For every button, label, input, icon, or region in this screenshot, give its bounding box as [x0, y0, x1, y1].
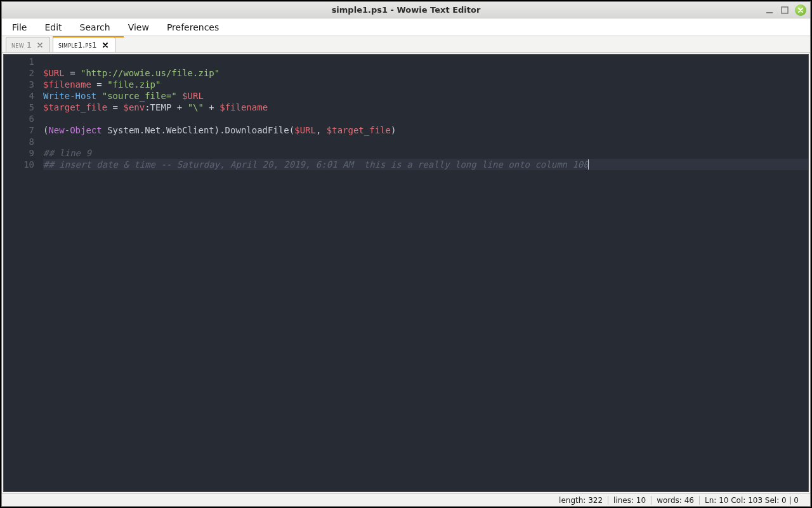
tab-simple1-ps1[interactable]: simple1.ps1 — [53, 37, 115, 52]
token — [177, 91, 182, 101]
minimize-button[interactable] — [764, 5, 775, 15]
token: "file.zip" — [107, 79, 160, 90]
line-number: 2 — [4, 67, 34, 79]
tab-label: new 1 — [11, 41, 32, 50]
status-lines: lines: 10 — [608, 496, 651, 505]
code-line[interactable]: (New-Object System.Net.WebClient).Downlo… — [43, 124, 808, 136]
token: $filename — [219, 102, 268, 112]
code-area[interactable]: $URL = "http://wowie.us/file.zip"$filena… — [41, 55, 808, 491]
token: = — [107, 102, 123, 112]
caret — [588, 159, 589, 170]
svg-rect-1 — [782, 7, 788, 13]
code-line[interactable]: $filename = "file.zip" — [43, 79, 808, 90]
token: ## insert date & time -- Saturday, April… — [43, 159, 589, 170]
app-window: simple1.ps1 - Wowie Text Editor File Edi… — [1, 1, 811, 507]
line-number: 8 — [4, 136, 34, 147]
line-number: 10 — [4, 159, 34, 170]
tabbar: new 1 simple1.ps1 — [2, 36, 810, 53]
close-button[interactable] — [795, 4, 806, 16]
token: TEMP — [150, 102, 172, 112]
menu-edit[interactable]: Edit — [42, 21, 64, 34]
gutter: 12345678910 — [4, 55, 41, 491]
tab-new-1[interactable]: new 1 — [6, 37, 50, 52]
token: , — [316, 125, 327, 135]
line-number: 6 — [4, 113, 34, 124]
line-number: 9 — [4, 147, 34, 159]
code-line[interactable]: $target_file = $env:TEMP + "\" + $filena… — [43, 102, 808, 113]
token: Write-Host — [43, 91, 96, 101]
menu-view[interactable]: View — [126, 21, 152, 34]
token: "source_file=" — [102, 91, 177, 101]
status-words: words: 46 — [651, 496, 699, 505]
token: $target_file — [327, 125, 391, 135]
svg-rect-0 — [766, 12, 773, 13]
token: $URL — [294, 125, 316, 135]
token: $target_file — [43, 102, 107, 112]
token: = — [65, 68, 81, 78]
line-number: 3 — [4, 79, 34, 90]
line-number: 5 — [4, 102, 34, 113]
token: System.Net.WebClient — [107, 125, 214, 135]
token: DownloadFile — [225, 125, 289, 135]
code-line[interactable] — [43, 56, 808, 67]
status-pos: Ln: 10 Col: 103 Sel: 0 | 0 — [699, 496, 804, 505]
tab-label: simple1.ps1 — [58, 41, 97, 50]
token: $URL — [43, 68, 65, 78]
token: "\" — [188, 102, 204, 112]
maximize-button[interactable] — [780, 5, 790, 15]
menu-preferences[interactable]: Preferences — [164, 21, 221, 34]
token: "http://wowie.us/file.zip" — [81, 68, 219, 78]
window-controls — [764, 4, 806, 16]
token: ). — [214, 125, 225, 135]
token: + — [204, 102, 219, 112]
titlebar[interactable]: simple1.ps1 - Wowie Text Editor — [2, 2, 810, 18]
statusbar: length: 322 lines: 10 words: 46 Ln: 10 C… — [2, 493, 810, 506]
menubar: File Edit Search View Preferences — [2, 18, 810, 36]
token: ( — [289, 125, 294, 135]
line-number: 1 — [4, 56, 34, 67]
close-icon[interactable] — [36, 41, 44, 50]
code-line[interactable]: ## line 9 — [43, 147, 808, 159]
code-line[interactable]: $URL = "http://wowie.us/file.zip" — [43, 67, 808, 79]
token: New-Object — [48, 125, 102, 135]
token: $filename — [43, 79, 91, 90]
token: + — [171, 102, 187, 112]
token: ) — [391, 125, 396, 135]
token: : — [145, 102, 150, 112]
code-line[interactable]: Write-Host "source_file=" $URL — [43, 90, 808, 102]
line-number: 7 — [4, 124, 34, 136]
menu-file[interactable]: File — [10, 21, 29, 34]
token: $URL — [182, 91, 204, 101]
window-title: simple1.ps1 - Wowie Text Editor — [2, 5, 810, 15]
token: ## line 9 — [43, 148, 91, 158]
code-line[interactable]: ## insert date & time -- Saturday, April… — [43, 159, 808, 170]
code-line[interactable] — [43, 136, 808, 147]
line-number: 4 — [4, 90, 34, 102]
token: $env — [123, 102, 145, 112]
token — [102, 125, 107, 135]
close-icon[interactable] — [101, 41, 110, 50]
code-line[interactable] — [43, 113, 808, 124]
editor[interactable]: 12345678910 $URL = "http://wowie.us/file… — [3, 54, 809, 492]
menu-search[interactable]: Search — [77, 21, 113, 34]
token: = — [91, 79, 107, 90]
status-length: length: 322 — [554, 496, 608, 505]
token — [96, 91, 102, 101]
